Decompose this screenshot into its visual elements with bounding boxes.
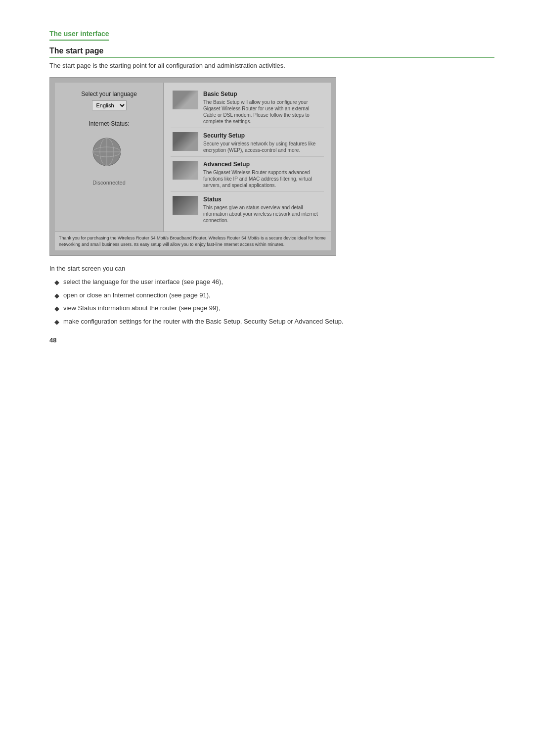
bullet-diamond-4: ◆ (54, 317, 59, 327)
basic-setup-desc: The Basic Setup will allow you to config… (203, 99, 322, 125)
bullet-text-3: view Status information about the router… (63, 303, 220, 313)
status-text: Status This pages give an status overvie… (203, 196, 322, 224)
status-desc: This pages give an status overview and d… (203, 204, 322, 224)
body-intro: In the start screen you can (49, 265, 494, 272)
ui-inner: Select your language English Internet-St… (55, 83, 331, 232)
security-setup-text: Security Setup Secure your wireless netw… (203, 132, 322, 153)
advanced-setup-desc: The Gigaset Wireless Router supports adv… (203, 169, 322, 189)
ui-screenshot: Select your language English Internet-St… (49, 77, 336, 256)
bullet-diamond-2: ◆ (54, 291, 59, 301)
status-title: Status (203, 196, 322, 203)
bullet-text-2: open or close an Internet connection (se… (63, 290, 211, 300)
bullet-item-4: ◆ make configuration settings for the ro… (54, 317, 494, 327)
lang-section: Select your language English (81, 91, 137, 110)
advanced-setup-thumb (173, 161, 198, 180)
security-setup-desc: Secure your wireless network by using fe… (203, 141, 322, 153)
body-section: In the start screen you can ◆ select the… (49, 265, 494, 327)
internet-status-label: Internet-Status: (89, 120, 129, 127)
menu-item-security-setup[interactable]: Security Setup Secure your wireless netw… (171, 129, 324, 157)
ui-footer: Thank you for purchasing the Wireless Ro… (55, 232, 331, 250)
basic-setup-title: Basic Setup (203, 91, 322, 97)
security-setup-thumb (173, 132, 198, 151)
lang-label: Select your language (81, 91, 137, 97)
left-panel: Select your language English Internet-St… (55, 83, 164, 232)
bullet-diamond-3: ◆ (54, 304, 59, 314)
basic-setup-text: Basic Setup The Basic Setup will allow y… (203, 91, 322, 125)
bullet-diamond-1: ◆ (54, 278, 59, 287)
bullet-text-1: select the language for the user interfa… (63, 277, 223, 287)
security-setup-title: Security Setup (203, 132, 322, 139)
basic-setup-thumb (173, 91, 198, 109)
menu-item-status[interactable]: Status This pages give an status overvie… (171, 193, 324, 227)
globe-icon (92, 137, 127, 172)
menu-item-advanced-setup[interactable]: Advanced Setup The Gigaset Wireless Rout… (171, 158, 324, 192)
bullet-item-2: ◆ open or close an Internet connection (… (54, 290, 494, 301)
advanced-setup-text: Advanced Setup The Gigaset Wireless Rout… (203, 161, 322, 189)
bullet-item-3: ◆ view Status information about the rout… (54, 303, 494, 314)
bullet-list: ◆ select the language for the user inter… (49, 277, 494, 327)
bullet-item-1: ◆ select the language for the user inter… (54, 277, 494, 287)
intro-text: The start page is the starting point for… (49, 62, 494, 69)
disconnected-label: Disconnected (92, 180, 126, 186)
right-panel: Basic Setup The Basic Setup will allow y… (164, 83, 331, 232)
lang-select[interactable]: English (92, 100, 127, 110)
menu-item-basic-setup[interactable]: Basic Setup The Basic Setup will allow y… (171, 88, 324, 128)
advanced-setup-title: Advanced Setup (203, 161, 322, 168)
bullet-text-4: make configuration settings for the rout… (63, 317, 344, 327)
subsection-heading: The start page (49, 47, 494, 58)
page-number: 48 (49, 336, 494, 344)
page-container: The user interface The start page The st… (0, 0, 534, 374)
status-thumb (173, 196, 198, 215)
section-heading: The user interface (49, 30, 109, 41)
